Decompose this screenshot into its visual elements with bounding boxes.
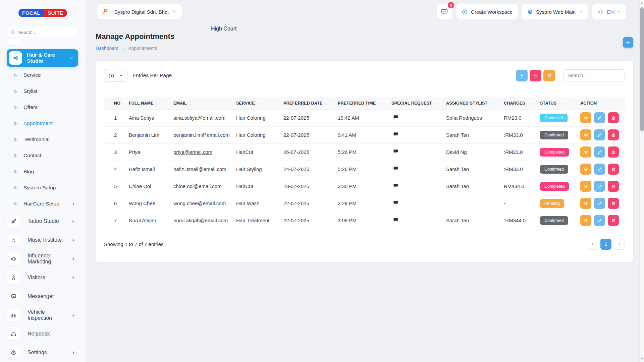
column-header-email[interactable]: EMAIL↑↓	[170, 97, 233, 109]
delete-button[interactable]	[608, 146, 619, 158]
delete-button[interactable]	[608, 112, 619, 123]
sidebar-search[interactable]	[7, 27, 78, 38]
column-header-status[interactable]: STATUS↑↓	[537, 97, 577, 109]
speech-bubble-icon[interactable]	[393, 183, 398, 188]
column-header-service[interactable]: SERVICE↑↓	[233, 97, 280, 109]
cell-preferred-date: 22-07-2025	[280, 212, 334, 229]
cell-special-request	[388, 143, 443, 161]
column-header-assigned-stylist[interactable]: ASSIGNED STYLIST↑↓	[443, 97, 500, 109]
edit-button[interactable]	[594, 198, 605, 209]
entries-per-page-select[interactable]: 10	[104, 69, 127, 82]
add-appointment-button[interactable]: +	[623, 37, 633, 48]
edit-button[interactable]	[594, 215, 605, 226]
messages-button[interactable]: 0	[437, 4, 452, 19]
sidebar-module-settings[interactable]: ⚙Settings	[0, 343, 86, 362]
sidebar-item-blog[interactable]: Blog	[0, 164, 86, 180]
sidebar-module-visitors[interactable]: Visitors	[0, 268, 86, 287]
page-1-button[interactable]: 1	[600, 239, 611, 250]
cell-preferred-date: 22-07-2025	[280, 126, 334, 143]
speech-bubble-icon[interactable]	[393, 132, 398, 137]
messages-badge: 0	[448, 2, 454, 8]
view-button[interactable]	[580, 129, 591, 140]
delete-button[interactable]	[608, 215, 619, 226]
sidebar-module-influencer-marketing[interactable]: Influencer Marketing	[0, 249, 86, 268]
column-header-special-request[interactable]: SPECIAL REQUEST↑↓	[388, 97, 443, 109]
speech-bubble-icon[interactable]	[393, 166, 398, 171]
speech-bubble-icon[interactable]	[393, 115, 398, 120]
sidebar-item-appointment[interactable]: Appointment	[0, 115, 86, 131]
email-text: hafiz.ismail@email.com	[173, 166, 226, 172]
sidebar-item-haircare-setup[interactable]: HairCare Setup	[0, 196, 86, 212]
sidebar-item-service[interactable]: Service	[0, 67, 86, 83]
column-header-charges[interactable]: CHARGES↑↓	[500, 97, 537, 109]
sidebar-item-offers[interactable]: Offers	[0, 99, 86, 115]
speech-bubble-icon[interactable]	[393, 200, 398, 205]
workspace-selector[interactable]: Syspro Web Main	[522, 4, 588, 19]
sidebar-item-system-setup[interactable]: System Setup	[0, 180, 86, 196]
eye-icon	[583, 115, 589, 121]
sidebar-module-messenger[interactable]: Messenger	[0, 287, 86, 306]
cell-full-name: Wong Chee	[125, 195, 170, 212]
view-button[interactable]	[580, 112, 591, 123]
column-header-preferred-time[interactable]: PREFERRED TIME↑↓	[334, 97, 388, 109]
view-button[interactable]	[580, 146, 591, 158]
cell-preferred-time: 3:09 PM	[334, 212, 388, 229]
view-button[interactable]	[580, 181, 591, 192]
edit-button[interactable]	[594, 129, 605, 140]
language-selector[interactable]: EN	[592, 4, 626, 19]
sidebar-module-music-institute[interactable]: ♫Music Institute	[0, 231, 86, 249]
sidebar-item-stylist[interactable]: Stylist	[0, 83, 86, 99]
delete-button[interactable]	[608, 198, 619, 209]
delete-button[interactable]	[608, 129, 619, 140]
column-header-full-name[interactable]: FULL NAME↑↓	[125, 97, 170, 109]
trash-icon	[611, 167, 616, 172]
column-header-preferred-date[interactable]: PREFERRED DATE↑↓	[280, 97, 334, 109]
view-button[interactable]	[580, 164, 591, 175]
edit-button[interactable]	[594, 181, 605, 192]
refresh-button[interactable]	[543, 70, 555, 81]
reset-button[interactable]	[530, 70, 541, 81]
pencil-icon	[597, 149, 602, 155]
sidebar-item-contact[interactable]: Contact	[0, 147, 86, 164]
edit-button[interactable]	[594, 164, 605, 175]
delete-button[interactable]	[608, 181, 619, 192]
speech-bubble-icon[interactable]	[393, 149, 398, 154]
next-page-button[interactable]	[614, 239, 625, 250]
cell-preferred-time: 3:30 PM	[334, 178, 388, 195]
page-title: Manage Appointments	[96, 32, 174, 41]
export-button[interactable]	[516, 70, 528, 81]
view-button[interactable]	[580, 215, 591, 226]
delete-button[interactable]	[608, 164, 619, 175]
sidebar-module-hair-care-studio[interactable]: Hair & Care Studio	[7, 49, 78, 67]
chevron-down-icon	[172, 10, 176, 14]
sidebar-module-vehicle-inspection[interactable]: Vehicle Inspection	[0, 306, 86, 324]
scroll-up-arrow[interactable]: ▲	[640, 1, 644, 5]
page-scrollbar[interactable]: ▲ ▼	[639, 0, 644, 362]
create-workspace-button[interactable]: Create Workspace	[456, 4, 518, 19]
sidebar-search-input[interactable]	[18, 30, 74, 35]
company-selector[interactable]: P Syspro Digital Sdn. Bhd.	[97, 4, 182, 19]
breadcrumb-dashboard-link[interactable]: Dashboard	[96, 46, 119, 51]
sidebar-module-label: Vehicle Inspection	[28, 309, 63, 321]
prev-page-button[interactable]	[587, 239, 598, 250]
table-search-input[interactable]	[568, 73, 621, 78]
scroll-down-arrow[interactable]: ▼	[640, 357, 644, 361]
main-content: P Syspro Digital Sdn. Bhd. 0 Create Work…	[86, 0, 644, 362]
chevron-left-icon	[591, 242, 594, 246]
sidebar-item-testimonial[interactable]: Testimonial	[0, 131, 86, 147]
view-button[interactable]	[580, 198, 591, 209]
edit-button[interactable]	[594, 146, 605, 158]
sidebar-module-tattoo-studio[interactable]: Tattoo Studio	[0, 212, 86, 231]
speech-bubble-icon[interactable]	[393, 217, 398, 223]
edit-button[interactable]	[594, 112, 605, 123]
sidebar-item-label: Stylist	[23, 88, 37, 94]
table-search[interactable]	[563, 69, 625, 81]
sidebar-item-label: Offers	[23, 104, 38, 110]
bullet-ring-icon	[14, 122, 17, 125]
grid-plus-icon	[527, 9, 533, 15]
email-link[interactable]: priya@email.com	[173, 149, 212, 155]
cell-charges: RM23.0	[500, 109, 537, 126]
table-row: 2Benjamin Limbenjamin.lim@email.comHair …	[104, 126, 625, 143]
scroll-thumb[interactable]	[640, 7, 644, 131]
sidebar-module-helpdesk[interactable]: Helpdesk	[0, 324, 86, 343]
